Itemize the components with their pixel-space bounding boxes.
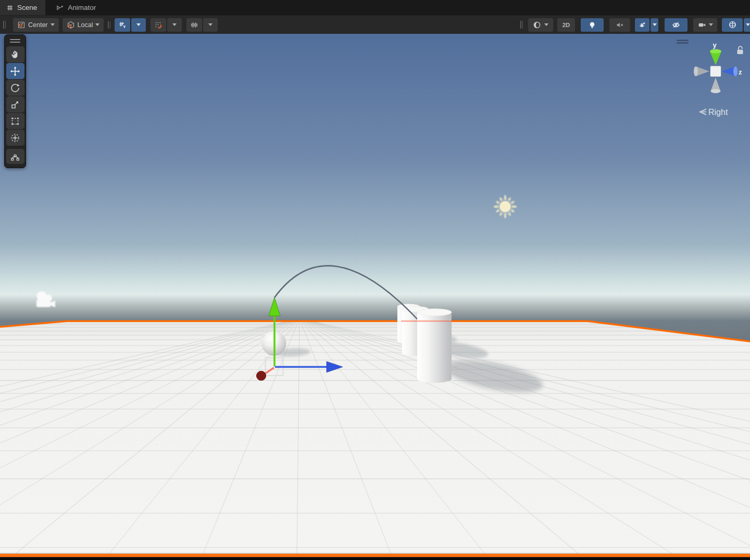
chevron-down-icon <box>95 23 99 26</box>
2d-mode-toggle[interactable]: 2D <box>557 18 575 32</box>
grid-icon <box>6 4 14 11</box>
toolbar-drag-handle[interactable] <box>3 21 6 29</box>
tool-rotate[interactable] <box>6 80 24 96</box>
axis-left-cone-base <box>694 67 698 77</box>
axis-y-cone-base <box>710 49 721 54</box>
gizmo-drag-handle[interactable] <box>677 40 689 41</box>
gizmos-toggle[interactable] <box>722 18 743 32</box>
ground-plane[interactable] <box>0 321 750 554</box>
tool-scale[interactable] <box>6 96 24 112</box>
handle-orientation-label: Local <box>78 21 93 29</box>
gizmos-globe-icon <box>728 20 737 29</box>
pivot-center-icon <box>17 21 26 29</box>
pivot-mode-dropdown[interactable]: Center <box>13 18 59 32</box>
gizmos-dropdown[interactable] <box>744 18 750 32</box>
chevron-down-icon <box>136 23 141 26</box>
grid-snapping-dropdown[interactable] <box>167 18 182 32</box>
toolbar-separator <box>108 21 110 29</box>
axis-z-label: z <box>739 68 742 76</box>
chevron-down-icon <box>172 23 177 26</box>
move-icon <box>10 66 20 77</box>
tool-custom-editor-tools[interactable] <box>6 149 24 164</box>
chevron-down-icon <box>653 23 657 26</box>
scale-icon <box>10 99 20 110</box>
custom-tools-icon <box>10 151 20 162</box>
chevron-down-icon <box>709 23 713 26</box>
effects-stack-icon <box>638 21 646 29</box>
scene-effects-toggle[interactable] <box>635 18 649 32</box>
view-orientation-label[interactable]: Right <box>708 108 728 117</box>
tool-move[interactable] <box>6 63 24 79</box>
rect-tool-icon <box>10 116 20 126</box>
tab-label: Animator <box>68 4 96 11</box>
scene-visibility-toggle[interactable] <box>665 18 688 32</box>
hand-icon <box>10 49 20 60</box>
grid-axis-icon: Y <box>118 21 127 29</box>
snap-increment-ruler-icon <box>190 21 198 29</box>
plane-near-edge <box>0 553 750 560</box>
axis-bottom-cone-base <box>711 89 721 93</box>
toolbar-drag-handle[interactable] <box>520 21 523 29</box>
snap-increment-dropdown[interactable] <box>203 18 218 32</box>
pivot-mode-label: Center <box>28 21 48 29</box>
tab-bar: Scene Animator <box>0 0 750 15</box>
grid-snapping-toggle[interactable] <box>151 18 166 32</box>
tools-overlay <box>4 34 26 168</box>
axis-y-label: y <box>712 41 717 49</box>
shaded-sphere-icon <box>533 21 541 29</box>
speaker-muted-icon <box>616 21 624 29</box>
video-camera-icon <box>698 21 706 29</box>
palette-drag-handle[interactable] <box>5 37 26 46</box>
gizmo-center-cube[interactable] <box>710 66 721 77</box>
scene-view-header: Scene Animator Center <box>0 0 750 33</box>
grid-snap-magnet-icon <box>154 21 162 29</box>
snap-increment-button[interactable] <box>186 18 202 32</box>
grid-visibility-toggle[interactable]: Y <box>115 18 130 32</box>
tool-view-hand[interactable] <box>6 46 24 62</box>
animator-icon <box>56 4 64 11</box>
gizmo-drag-handle[interactable] <box>677 43 689 44</box>
scene-lighting-toggle[interactable] <box>581 18 604 32</box>
gizmo-x-endpoint[interactable] <box>257 371 266 380</box>
rotate-icon <box>10 83 20 93</box>
eye-slash-icon <box>671 21 681 29</box>
chevron-down-icon <box>746 23 750 26</box>
cylinder-front[interactable] <box>417 309 452 383</box>
tool-transform[interactable] <box>6 130 24 146</box>
tab-animator[interactable]: Animator <box>49 0 104 15</box>
handle-orientation-dropdown[interactable]: Local <box>63 18 104 32</box>
light-bulb-icon <box>588 21 596 29</box>
tab-label: Scene <box>17 4 37 11</box>
chevron-down-icon <box>544 23 548 26</box>
unity-scene-view-window: { "window": { "tabs": [ {"label": "Scene… <box>0 0 750 560</box>
audio-mute-toggle[interactable] <box>609 18 630 32</box>
scene-toolbar: Center Local Y <box>0 15 750 34</box>
2d-label: 2D <box>562 22 570 28</box>
grid-axis-letter: Y <box>123 24 126 29</box>
scene-viewport[interactable]: y z Right <box>0 0 750 560</box>
grid-visibility-dropdown[interactable] <box>131 18 146 32</box>
chevron-down-icon <box>51 23 55 26</box>
scene-camera-dropdown[interactable] <box>693 18 717 32</box>
axis-z-cone-base <box>733 67 738 77</box>
shading-mode-dropdown[interactable] <box>528 18 553 32</box>
chevron-down-icon <box>208 23 213 26</box>
tab-scene[interactable]: Scene <box>0 0 45 15</box>
scene-effects-dropdown[interactable] <box>651 18 658 32</box>
local-cube-icon <box>67 21 75 29</box>
transform-icon <box>10 133 20 143</box>
tool-rect[interactable] <box>6 113 24 129</box>
